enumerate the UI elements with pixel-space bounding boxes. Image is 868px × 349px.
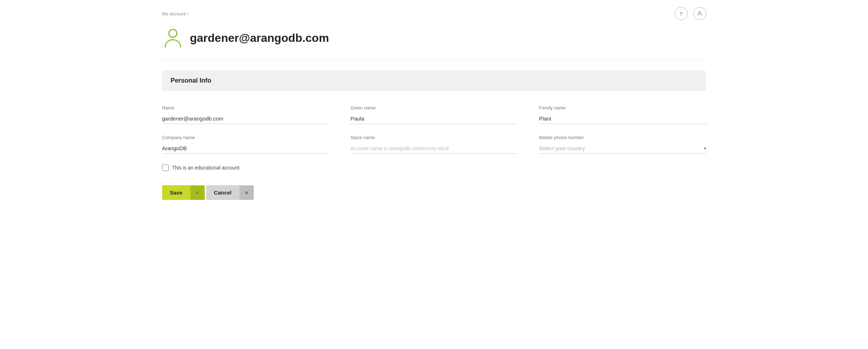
given-name-input[interactable] — [350, 113, 518, 124]
help-icon[interactable]: ? — [675, 7, 688, 20]
user-account-icon[interactable] — [693, 7, 706, 20]
form-row-1: Name Given name Family name — [162, 105, 706, 124]
form-row-2: Company name Slack name Mobile phone num… — [162, 135, 706, 154]
personal-info-form: Name Given name Family name Company name… — [162, 102, 706, 214]
given-name-label: Given name — [350, 105, 518, 110]
checkmark-icon: ✓ — [190, 186, 205, 200]
user-email-heading: gardener@arangodb.com — [190, 31, 329, 45]
avatar — [162, 27, 184, 49]
company-name-input[interactable] — [162, 143, 329, 154]
family-name-input[interactable] — [539, 113, 706, 124]
header-divider — [162, 59, 706, 60]
name-field: Name — [162, 105, 329, 124]
slack-name-field: Slack name — [350, 135, 518, 154]
country-select-wrapper: Select your country United States United… — [539, 143, 706, 154]
educational-account-checkbox[interactable] — [162, 164, 169, 171]
save-button[interactable]: Save ✓ — [162, 185, 205, 200]
person-svg — [697, 10, 703, 17]
company-name-label: Company name — [162, 135, 329, 140]
educational-account-label: This is an educational account — [172, 165, 239, 171]
slack-name-label: Slack name — [350, 135, 518, 140]
cancel-button-label: Cancel — [206, 185, 239, 200]
mobile-phone-label: Mobile phone number — [539, 135, 706, 140]
family-name-label: Family name — [539, 105, 706, 110]
name-label: Name — [162, 105, 329, 110]
given-name-field: Given name — [350, 105, 518, 124]
name-input[interactable] — [162, 113, 329, 124]
family-name-field: Family name — [539, 105, 706, 124]
cancel-button[interactable]: Cancel ✕ — [206, 185, 254, 200]
save-button-label: Save — [162, 185, 190, 200]
slack-name-input[interactable] — [350, 143, 518, 154]
section-title: Personal Info — [171, 77, 212, 84]
chevron-down-icon: ▾ — [704, 146, 706, 151]
educational-account-row: This is an educational account — [162, 164, 706, 171]
mobile-phone-field: Mobile phone number Select your country … — [539, 135, 706, 154]
svg-point-1 — [169, 29, 176, 37]
country-select[interactable]: Select your country United States United… — [539, 145, 704, 151]
svg-point-0 — [699, 11, 701, 14]
form-buttons: Save ✓ Cancel ✕ — [162, 185, 706, 200]
close-icon: ✕ — [239, 186, 254, 200]
personal-info-section-header: Personal Info — [162, 70, 706, 91]
company-name-field: Company name — [162, 135, 329, 154]
breadcrumb[interactable]: My account › — [162, 11, 189, 16]
